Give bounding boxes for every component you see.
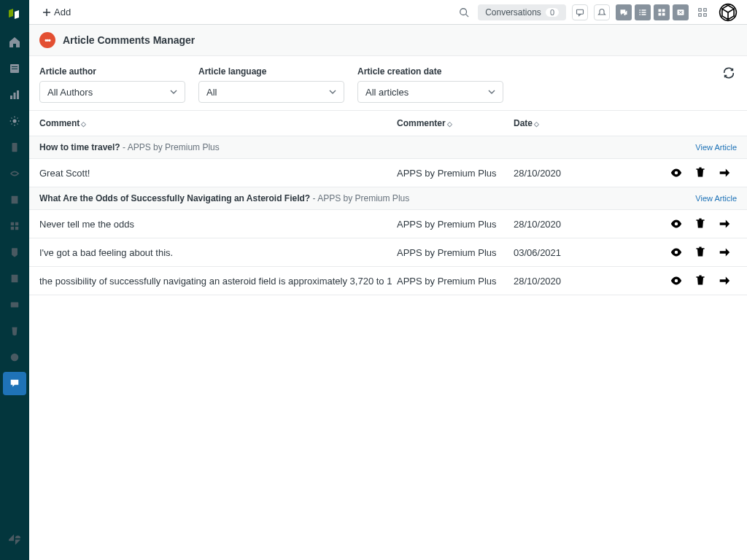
- filter-created-value: All articles: [365, 87, 409, 98]
- filter-language-select[interactable]: All: [198, 81, 344, 103]
- add-button[interactable]: Add: [36, 4, 77, 20]
- svg-rect-26: [659, 12, 662, 15]
- delete-icon[interactable]: [694, 217, 706, 230]
- view-icon[interactable]: [670, 274, 683, 287]
- toolbar-view-3[interactable]: [654, 4, 670, 20]
- nav-app-8[interactable]: [3, 319, 26, 343]
- nav-reports[interactable]: [3, 83, 26, 106]
- notifications-icon[interactable]: [594, 4, 610, 20]
- article-author: - APPS by Premium Plus: [310, 193, 409, 203]
- article-title: How to time travel?: [39, 142, 120, 152]
- svg-rect-7: [12, 143, 18, 152]
- sort-icon: ◇: [447, 120, 452, 128]
- view-article-link[interactable]: View Article: [695, 143, 737, 152]
- sort-icon: ◇: [534, 120, 539, 128]
- search-icon[interactable]: [456, 4, 472, 20]
- go-to-icon[interactable]: [718, 246, 731, 259]
- filter-author-label: Article author: [39, 66, 185, 77]
- delete-icon[interactable]: [694, 166, 706, 179]
- view-icon[interactable]: [670, 246, 683, 259]
- apps-icon[interactable]: [694, 4, 711, 20]
- refresh-button[interactable]: [722, 66, 737, 81]
- svg-rect-5: [17, 90, 19, 99]
- column-commenter[interactable]: Commenter◇: [397, 118, 514, 128]
- column-date[interactable]: Date◇: [514, 118, 616, 128]
- svg-point-16: [460, 8, 467, 15]
- svg-rect-24: [659, 9, 662, 12]
- table-header: Comment◇ Commenter◇ Date◇: [29, 111, 747, 136]
- view-article-link[interactable]: View Article: [695, 194, 737, 203]
- comments-icon: •••: [39, 32, 55, 48]
- comment-row: I've got a bad feeling about this.APPS b…: [29, 238, 747, 267]
- svg-rect-12: [15, 227, 18, 230]
- nav-app-2[interactable]: [3, 162, 26, 185]
- profile-cube-icon[interactable]: [716, 1, 740, 24]
- filter-author-value: All Authors: [47, 87, 93, 98]
- left-sidebar: [0, 0, 29, 560]
- commenter-name: APPS by Premium Plus: [397, 168, 514, 179]
- filter-author-select[interactable]: All Authors: [39, 81, 185, 103]
- filters-bar: Article author All Authors Article langu…: [29, 56, 747, 111]
- comment-date: 28/10/2020: [514, 168, 616, 179]
- page-header: ••• Article Comments Manager: [29, 25, 747, 56]
- go-to-icon[interactable]: [718, 274, 731, 287]
- svg-rect-22: [640, 14, 641, 15]
- comment-text: I've got a bad feeling about this.: [39, 247, 397, 258]
- filter-created-label: Article creation date: [357, 66, 503, 77]
- comment-row: the possibility of successfully navigati…: [29, 267, 747, 295]
- svg-rect-31: [699, 13, 702, 16]
- comment-text: Great Scott!: [39, 168, 397, 179]
- nav-app-5[interactable]: [3, 241, 26, 264]
- table-body: How to time travel? - APPS by Premium Pl…: [29, 136, 747, 295]
- nav-comments-manager[interactable]: [3, 372, 26, 395]
- toolbar-view-4[interactable]: [673, 4, 689, 20]
- nav-app-4[interactable]: [3, 214, 26, 238]
- delete-icon[interactable]: [694, 274, 706, 287]
- article-group-row: What Are the Odds of Successfully Naviga…: [29, 187, 747, 210]
- view-icon[interactable]: [670, 166, 683, 179]
- commenter-name: APPS by Premium Plus: [397, 276, 514, 287]
- commenter-name: APPS by Premium Plus: [397, 219, 514, 230]
- delete-icon[interactable]: [694, 246, 706, 259]
- nav-admin[interactable]: [3, 109, 26, 133]
- nav-zendesk-products[interactable]: [3, 528, 26, 551]
- nav-app-9[interactable]: [3, 346, 26, 369]
- svg-rect-20: [640, 12, 641, 13]
- column-comment[interactable]: Comment◇: [39, 118, 397, 128]
- comment-text: the possibility of successfully navigati…: [39, 276, 397, 287]
- chevron-down-icon: [329, 88, 336, 96]
- nav-home[interactable]: [3, 31, 26, 54]
- filter-created-select[interactable]: All articles: [357, 81, 503, 103]
- svg-rect-32: [704, 13, 707, 16]
- view-icon[interactable]: [670, 217, 683, 230]
- nav-app-1[interactable]: [3, 136, 26, 159]
- conversations-count: 0: [546, 8, 559, 17]
- svg-point-35: [675, 222, 678, 226]
- comment-date: 03/06/2021: [514, 247, 616, 258]
- chat-icon[interactable]: [572, 4, 588, 20]
- svg-rect-30: [704, 8, 707, 11]
- app-logo[interactable]: [6, 6, 23, 23]
- svg-point-6: [13, 120, 17, 123]
- nav-app-7[interactable]: [3, 293, 26, 316]
- chevron-down-icon: [170, 88, 177, 96]
- svg-rect-1: [12, 66, 18, 67]
- conversations-button[interactable]: Conversations 0: [478, 4, 566, 20]
- go-to-icon[interactable]: [718, 217, 731, 230]
- svg-rect-13: [12, 275, 18, 283]
- svg-rect-29: [699, 8, 702, 11]
- svg-rect-27: [662, 12, 665, 15]
- nav-views[interactable]: [3, 57, 26, 80]
- nav-app-3[interactable]: [3, 188, 26, 211]
- go-to-icon[interactable]: [718, 166, 731, 179]
- toolbar-view-2[interactable]: [635, 4, 651, 20]
- comment-row: Never tell me the oddsAPPS by Premium Pl…: [29, 210, 747, 238]
- nav-app-6[interactable]: [3, 267, 26, 290]
- svg-rect-23: [642, 14, 646, 15]
- svg-rect-10: [15, 222, 18, 225]
- filter-language-value: All: [206, 87, 217, 98]
- toolbar-view-1[interactable]: [616, 4, 632, 20]
- conversations-label: Conversations: [485, 7, 541, 18]
- chevron-down-icon: [488, 88, 495, 96]
- svg-rect-2: [12, 69, 18, 69]
